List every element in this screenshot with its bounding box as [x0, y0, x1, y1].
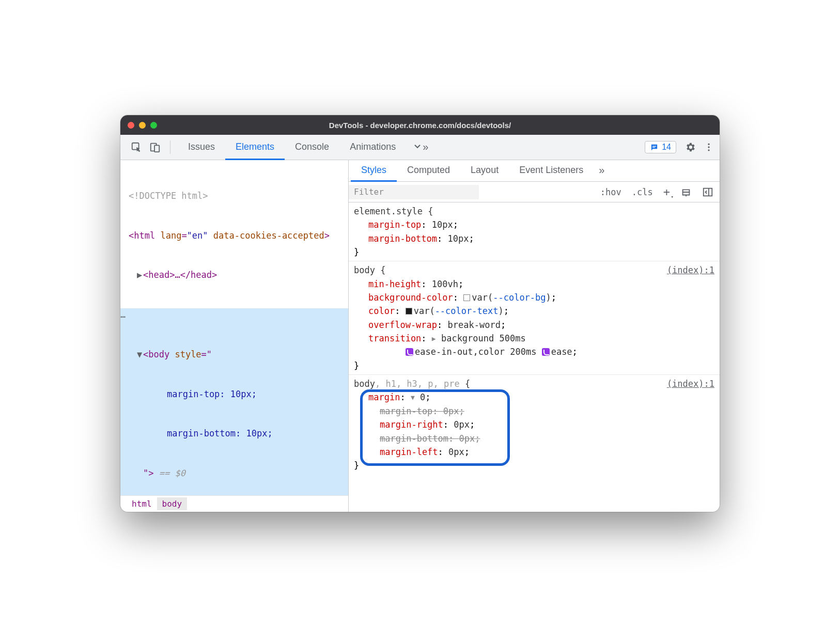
tab-styles[interactable]: Styles [351, 161, 397, 182]
tab-issues[interactable]: Issues [178, 135, 225, 160]
rule-body[interactable]: (index):1 body { min-height: 100vh; back… [349, 261, 720, 375]
tab-layout[interactable]: Layout [460, 161, 509, 182]
html-open-node[interactable]: <html lang="en" data-cookies-accepted> [120, 229, 348, 243]
tab-elements[interactable]: Elements [225, 135, 285, 160]
styles-tabs: Styles Computed Layout Event Listeners » [349, 160, 720, 182]
inspect-element-icon[interactable] [129, 139, 144, 155]
main-toolbar: Issues Elements Console Animations » 14 [120, 135, 720, 160]
minimize-window-button[interactable] [139, 122, 146, 129]
tab-animations[interactable]: Animations [339, 135, 406, 160]
bezier-editor-icon[interactable] [406, 348, 413, 356]
svg-rect-4 [652, 147, 655, 147]
svg-point-7 [708, 149, 709, 151]
styles-tabs-overflow-icon[interactable]: » [594, 161, 610, 182]
svg-rect-3 [652, 146, 656, 146]
issues-count: 14 [662, 143, 671, 152]
rule-body-reset[interactable]: (index):1 body, h1, h3, p, pre { margin:… [349, 375, 720, 474]
color-swatch-icon[interactable] [406, 308, 412, 315]
doctype-node: <!DOCTYPE html> [129, 191, 208, 201]
elements-panel: <!DOCTYPE html> <html lang="en" data-coo… [120, 160, 349, 512]
breadcrumb: html body [120, 495, 348, 512]
titlebar: DevTools - developer.chrome.com/docs/dev… [120, 115, 720, 135]
paint-flashing-icon[interactable] [677, 185, 695, 199]
cls-toggle[interactable]: .cls [629, 185, 656, 199]
kebab-menu-icon[interactable] [701, 139, 717, 155]
ellipsis-icon: ⋯ [120, 310, 125, 324]
close-window-button[interactable] [128, 122, 134, 129]
tabs-overflow-icon[interactable]: » [406, 135, 434, 160]
breadcrumb-html[interactable]: html [127, 497, 157, 510]
issues-badge[interactable]: 14 [645, 141, 676, 153]
body-node-selected[interactable]: ⋯ ▼<body style=" margin-top: 10px; margi… [120, 308, 348, 496]
device-toolbar-icon[interactable] [147, 139, 163, 155]
new-style-rule-icon[interactable]: +▾ [660, 184, 673, 200]
styles-panel: Styles Computed Layout Event Listeners »… [349, 160, 720, 512]
toolbar-separator [170, 140, 170, 154]
rule-element-style[interactable]: element.style { margin-top: 10px; margin… [349, 202, 720, 261]
tab-event-listeners[interactable]: Event Listeners [509, 161, 594, 182]
source-link[interactable]: (index):1 [667, 377, 714, 390]
dom-tree[interactable]: <!DOCTYPE html> <html lang="en" data-coo… [120, 160, 348, 495]
source-link[interactable]: (index):1 [667, 263, 714, 277]
window-title: DevTools - developer.chrome.com/docs/dev… [120, 121, 720, 130]
head-node[interactable]: ▶<head>…</head> [120, 269, 348, 282]
bezier-editor-icon[interactable] [542, 348, 550, 356]
settings-gear-icon[interactable] [682, 139, 698, 155]
tab-computed[interactable]: Computed [397, 161, 460, 182]
devtools-window: DevTools - developer.chrome.com/docs/dev… [120, 115, 720, 512]
svg-point-5 [708, 144, 709, 145]
tab-console[interactable]: Console [285, 135, 339, 160]
styles-filter-input[interactable] [349, 185, 479, 199]
zoom-window-button[interactable] [150, 122, 157, 129]
window-controls [128, 122, 157, 129]
svg-point-6 [708, 146, 709, 148]
hov-toggle[interactable]: :hov [597, 185, 625, 199]
main-tabs: Issues Elements Console Animations » [178, 135, 434, 160]
color-swatch-icon[interactable] [463, 294, 470, 301]
svg-rect-2 [154, 145, 159, 152]
breadcrumb-body[interactable]: body [157, 497, 188, 510]
styles-filter-row: :hov .cls +▾ [349, 182, 720, 202]
message-icon [650, 143, 659, 152]
styles-rules[interactable]: element.style { margin-top: 10px; margin… [349, 202, 720, 512]
computed-sidebar-toggle-icon[interactable] [699, 185, 717, 199]
